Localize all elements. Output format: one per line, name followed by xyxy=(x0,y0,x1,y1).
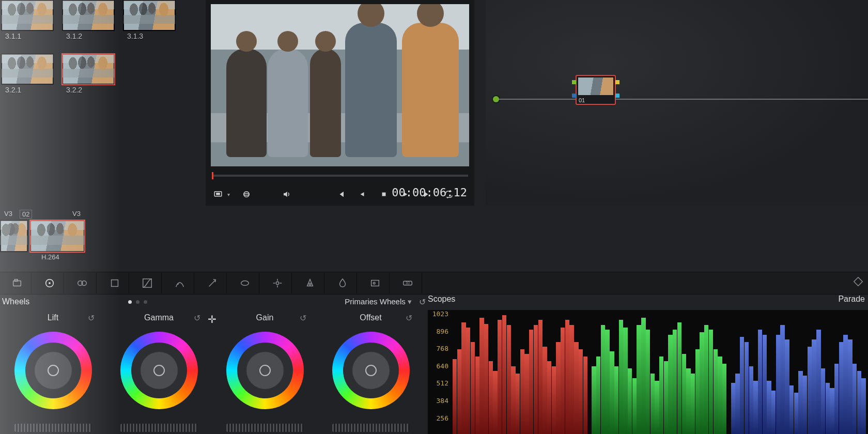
play-reverse-icon[interactable] xyxy=(357,189,367,199)
parade-blue xyxy=(731,310,866,434)
reset-icon[interactable]: ↺ xyxy=(194,313,200,323)
stereo-3d-button[interactable]: 3D xyxy=(394,273,422,293)
bypass-icon[interactable] xyxy=(241,189,252,199)
offset-master-jog[interactable] xyxy=(332,424,410,432)
svg-point-3 xyxy=(244,193,250,195)
timecode[interactable]: 00:00:06:12 xyxy=(392,186,467,199)
wheels-reset-icon[interactable]: ↺ xyxy=(419,297,426,307)
svg-point-13 xyxy=(177,283,179,285)
color-wheels-button[interactable] xyxy=(36,273,64,293)
gallery-still[interactable] xyxy=(1,0,54,31)
color-page: 3.1.1 3.1.2 3.1.3 3.2.1 3.2.2 ▾ xyxy=(0,0,868,434)
gain-wheel[interactable] xyxy=(226,332,304,409)
scopes-title: Scopes xyxy=(428,295,455,303)
chevron-down-icon[interactable]: ▾ xyxy=(227,192,230,197)
primaries-wheels: Lift ↺ Gamma ↺ Gain ↺ Offset ↺ xyxy=(0,310,424,434)
key-button[interactable] xyxy=(361,273,390,293)
keyframes-button[interactable] xyxy=(853,276,864,289)
clip-index: 02 xyxy=(20,210,32,219)
offset-column: Offset ↺ xyxy=(318,310,424,434)
scale-tick: 768 xyxy=(437,345,448,352)
scale-tick: 256 xyxy=(437,414,448,422)
magic-mask-button[interactable] xyxy=(296,273,324,293)
viewer-image[interactable] xyxy=(211,4,469,166)
svg-point-18 xyxy=(373,282,375,284)
wheels-page-dots[interactable] xyxy=(128,300,147,304)
gallery-still-selected[interactable] xyxy=(62,54,115,85)
stop-icon[interactable] xyxy=(379,189,389,199)
blur-button[interactable] xyxy=(329,273,357,293)
node-link xyxy=(499,99,576,100)
svg-point-8 xyxy=(49,282,51,284)
windows-button[interactable] xyxy=(231,273,259,293)
curves-button[interactable] xyxy=(133,273,162,293)
svg-point-14 xyxy=(241,281,249,285)
corrector-node-selected[interactable]: 01 xyxy=(576,75,616,105)
scale-tick: 1023 xyxy=(432,310,448,318)
lift-wheel[interactable] xyxy=(14,332,92,409)
scope-canvas xyxy=(451,310,868,434)
gamma-column: Gamma ↺ xyxy=(106,310,212,434)
node-source-dot[interactable] xyxy=(493,96,499,102)
reset-icon[interactable]: ↺ xyxy=(406,313,412,323)
track-label: V3 xyxy=(4,210,12,218)
svg-rect-6 xyxy=(14,280,18,282)
camera-raw-button[interactable] xyxy=(3,273,32,293)
node-link xyxy=(615,99,868,100)
svg-point-16 xyxy=(309,283,311,285)
gallery-still-label: 3.1.3 xyxy=(127,32,143,40)
scale-tick: 640 xyxy=(437,362,448,370)
svg-point-2 xyxy=(244,192,250,197)
scale-tick: 896 xyxy=(437,328,448,335)
wheels-mode-dropdown[interactable]: Primaries Wheels xyxy=(345,297,412,306)
svg-point-15 xyxy=(276,282,279,285)
gallery-still-label: 3.2.2 xyxy=(66,86,82,94)
hdr-button[interactable] xyxy=(68,273,97,293)
svg-text:3D: 3D xyxy=(406,281,410,285)
timeline-clip[interactable] xyxy=(0,220,28,252)
gain-master-jog[interactable] xyxy=(226,424,304,432)
track-label: V3 xyxy=(72,210,81,218)
node-input-rgb[interactable] xyxy=(572,80,576,84)
mute-icon[interactable] xyxy=(282,189,292,199)
wheels-title: Wheels xyxy=(2,297,29,306)
scope-scale: 1023 896 768 640 512 384 256 xyxy=(428,310,451,434)
scopes-mode-dropdown[interactable]: Parade xyxy=(838,295,865,304)
qualifier-button[interactable] xyxy=(198,273,227,293)
gallery-still[interactable] xyxy=(1,54,54,85)
lift-column: Lift ↺ xyxy=(0,310,106,434)
node-graph[interactable]: 01 xyxy=(486,0,868,206)
node-thumbnail xyxy=(578,78,613,95)
node-input-key[interactable] xyxy=(572,94,576,98)
node-output-rgb[interactable] xyxy=(615,80,619,84)
clip-codec: H.264 xyxy=(41,253,59,261)
color-warper-button[interactable] xyxy=(166,273,194,293)
reset-icon[interactable]: ↺ xyxy=(88,313,95,323)
offset-wheel[interactable] xyxy=(332,332,410,409)
viewer-scrubber[interactable] xyxy=(212,175,468,177)
gallery-still-label: 3.1.2 xyxy=(66,32,82,40)
svg-rect-11 xyxy=(112,280,118,287)
viewer-panel: ▾ 00:00:06:12 xyxy=(206,0,474,206)
parade-scope[interactable]: 1023 896 768 640 512 384 256 xyxy=(428,310,868,434)
node-output-key[interactable] xyxy=(615,94,619,98)
display-options-icon[interactable] xyxy=(213,189,223,199)
palette-bar: 3D xyxy=(0,272,868,295)
rgb-mixer-button[interactable] xyxy=(101,273,129,293)
timeline-clip-selected[interactable] xyxy=(30,220,85,252)
gain-column: Gain ↺ xyxy=(212,310,318,434)
gamma-master-jog[interactable] xyxy=(120,424,198,432)
svg-rect-1 xyxy=(216,193,220,195)
scale-tick: 384 xyxy=(437,397,448,405)
gamma-wheel[interactable] xyxy=(120,332,198,409)
tracker-button[interactable] xyxy=(264,273,292,293)
first-frame-icon[interactable] xyxy=(335,189,346,199)
node-label: 01 xyxy=(579,97,585,103)
lift-master-jog[interactable] xyxy=(14,424,92,432)
reset-icon[interactable]: ↺ xyxy=(300,313,306,323)
scopes-header: Scopes Parade xyxy=(428,295,868,309)
gallery-still[interactable] xyxy=(62,0,115,31)
svg-rect-4 xyxy=(382,193,386,196)
scale-tick: 512 xyxy=(437,379,448,387)
gallery-still[interactable] xyxy=(123,0,176,31)
